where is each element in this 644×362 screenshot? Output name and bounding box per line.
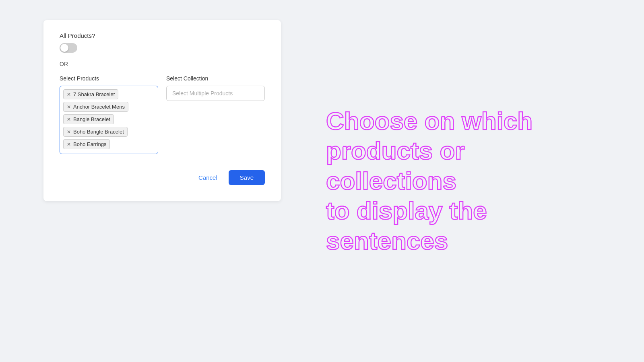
actions-row: Cancel Save bbox=[60, 170, 265, 185]
products-column: Select Products ✕ 7 Shakra Bracelet ✕ An… bbox=[60, 75, 158, 154]
products-column-label: Select Products bbox=[60, 75, 158, 82]
remove-bangle-icon[interactable]: ✕ bbox=[67, 117, 71, 122]
tag-bangle-bracelet: ✕ Bangle Bracelet bbox=[63, 114, 114, 124]
collection-input[interactable] bbox=[166, 86, 265, 101]
all-products-label: All Products? bbox=[60, 32, 265, 39]
products-multiselect[interactable]: ✕ 7 Shakra Bracelet ✕ Anchor Bracelet Me… bbox=[60, 86, 158, 154]
all-products-toggle[interactable] bbox=[60, 43, 77, 53]
save-button[interactable]: Save bbox=[229, 170, 265, 185]
remove-boho-bangle-icon[interactable]: ✕ bbox=[67, 130, 71, 134]
tag-boho-bangle: ✕ Boho Bangle Bracelet bbox=[63, 127, 128, 137]
toggle-knob bbox=[60, 44, 68, 52]
promo-line-4: sentences bbox=[326, 226, 576, 256]
tag-anchor-bracelet: ✕ Anchor Bracelet Mens bbox=[63, 102, 128, 112]
promo-line-2: products or collections bbox=[326, 136, 576, 196]
cancel-button[interactable]: Cancel bbox=[192, 170, 224, 185]
promo-line-3: to display the bbox=[326, 196, 576, 226]
collection-column: Select Collection bbox=[166, 75, 265, 154]
tag-label: Boho Earrings bbox=[73, 141, 106, 147]
settings-card: All Products? OR Select Products ✕ 7 Sha… bbox=[43, 20, 281, 201]
tag-label: Boho Bangle Bracelet bbox=[73, 129, 124, 135]
promo-line-1: Choose on which bbox=[326, 106, 576, 136]
remove-anchor-icon[interactable]: ✕ bbox=[67, 105, 71, 109]
collection-column-label: Select Collection bbox=[166, 75, 265, 82]
remove-7-shakra-icon[interactable]: ✕ bbox=[67, 92, 71, 97]
left-panel: All Products? OR Select Products ✕ 7 Sha… bbox=[0, 0, 286, 362]
tag-boho-earrings: ✕ Boho Earrings bbox=[63, 139, 110, 149]
or-label: OR bbox=[60, 61, 265, 67]
right-panel: Choose on which products or collections … bbox=[286, 0, 644, 362]
toggle-container[interactable] bbox=[60, 43, 265, 53]
tag-label: Bangle Bracelet bbox=[73, 116, 110, 122]
selects-row: Select Products ✕ 7 Shakra Bracelet ✕ An… bbox=[60, 75, 265, 154]
tag-7-shakra: ✕ 7 Shakra Bracelet bbox=[63, 89, 118, 99]
tag-label: Anchor Bracelet Mens bbox=[73, 104, 125, 110]
tag-label: 7 Shakra Bracelet bbox=[73, 91, 115, 97]
remove-boho-earrings-icon[interactable]: ✕ bbox=[67, 142, 71, 147]
promo-text: Choose on which products or collections … bbox=[326, 106, 576, 256]
